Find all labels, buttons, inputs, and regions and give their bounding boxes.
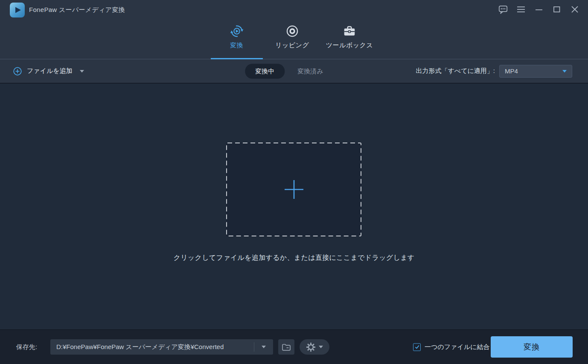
chevron-down-icon [562, 70, 567, 73]
output-format-group: 出力形式「すべてに適用」: MP4 [416, 65, 572, 78]
dropzone-dashed-border [226, 143, 361, 236]
check-icon [414, 344, 420, 350]
folder-icon [282, 343, 291, 351]
merge-checkbox[interactable] [413, 343, 421, 351]
bottom-bar: 保存先: D:¥FonePaw¥FonePaw スーパーメディア変換¥Conve… [0, 329, 588, 364]
open-folder-button[interactable] [278, 339, 294, 355]
plus-circle-icon [13, 67, 22, 76]
window-controls [494, 4, 584, 15]
destination-path-field[interactable]: D:¥FonePaw¥FonePaw スーパーメディア変換¥Converted [50, 339, 273, 355]
chevron-down-icon [319, 346, 323, 348]
destination-dropdown[interactable] [254, 346, 273, 348]
merge-label: 一つのファイルに結合 [425, 343, 489, 351]
title-bar: FonePaw スーパーメディア変換 [0, 0, 588, 20]
maximize-button[interactable] [552, 4, 562, 15]
menu-icon[interactable] [516, 4, 526, 15]
destination-label: 保存先: [16, 343, 37, 351]
tab-toolbox-label: ツールボックス [326, 41, 373, 50]
app-window: FonePaw スーパーメディア変換 [0, 0, 588, 364]
segment-converted[interactable]: 変換済み [287, 64, 333, 79]
chevron-down-icon [262, 346, 266, 348]
destination-path-value: D:¥FonePaw¥FonePaw スーパーメディア変換¥Converted [50, 343, 254, 351]
minimize-button[interactable] [534, 4, 544, 15]
window-title: FonePaw スーパーメディア変換 [29, 6, 125, 14]
app-logo-icon [9, 2, 25, 18]
header: FonePaw スーパーメディア変換 [0, 0, 588, 59]
toolbox-icon [343, 24, 356, 38]
add-files-button[interactable]: ファイルを追加 [13, 67, 84, 76]
output-format-select[interactable]: MP4 [499, 65, 572, 78]
tab-ripping-label: リッピング [275, 41, 309, 50]
settings-button[interactable] [300, 339, 329, 355]
ripping-icon [285, 24, 299, 38]
convert-button[interactable]: 変換 [491, 336, 573, 358]
main-tabs: 変換 リッピング [0, 20, 588, 59]
queue-segmented-control: 変換中 変換済み [245, 64, 333, 79]
dropzone-hint: クリックしてファイルを追加するか、または直接にここまでドラッグします [0, 253, 588, 262]
tab-ripping[interactable]: リッピング [266, 20, 318, 59]
tab-convert[interactable]: 変換 [211, 20, 263, 59]
add-files-label: ファイルを追加 [27, 67, 73, 75]
output-format-value: MP4 [505, 67, 518, 75]
feedback-icon[interactable] [498, 4, 508, 15]
tab-convert-label: 変換 [230, 41, 243, 50]
toolbar: ファイルを追加 変換中 変換済み 出力形式「すべてに適用」: MP4 [0, 59, 588, 84]
tab-toolbox[interactable]: ツールボックス [322, 20, 378, 59]
close-button[interactable] [570, 4, 580, 15]
chevron-down-icon [80, 70, 84, 73]
gear-icon [306, 342, 316, 352]
convert-icon [230, 24, 244, 38]
output-format-label: 出力形式「すべてに適用」: [416, 67, 495, 75]
segment-converting[interactable]: 変換中 [245, 64, 285, 79]
content-area: クリックしてファイルを追加するか、または直接にここまでドラッグします [0, 84, 588, 329]
merge-option: 一つのファイルに結合 [413, 343, 489, 351]
file-dropzone[interactable] [226, 143, 361, 236]
